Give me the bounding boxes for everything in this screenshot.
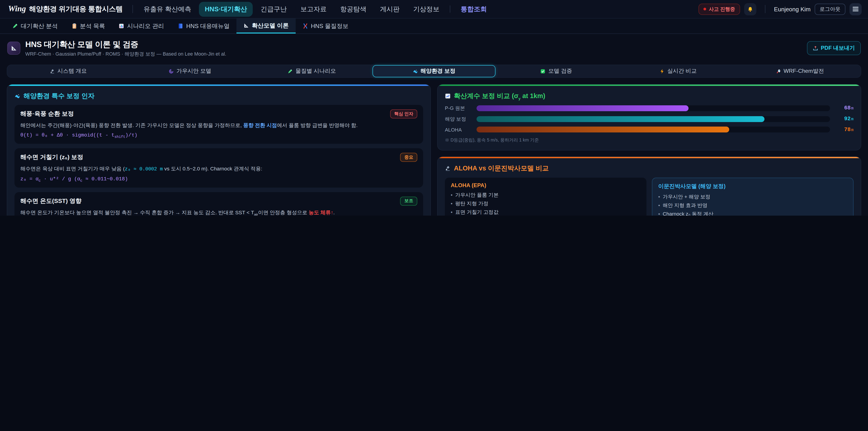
dna-icon	[302, 23, 308, 29]
bar-fill	[476, 105, 688, 111]
section-tab-system-overview[interactable]: 시스템 개요	[7, 65, 129, 77]
factor-formula: z₀ = αc · u*² / g (αc ≈ 0.011~0.018)	[20, 176, 417, 182]
list-item: 평탄 지형 가정	[451, 199, 641, 208]
microscope-icon	[445, 165, 451, 171]
model-comparison-card: ALOHA vs 이문진박사모델 비교 ALOHA (EPA) 가우시안 플룸 …	[437, 156, 861, 216]
lee-model-panel: 이문진박사모델 (해양 보정) 가우시안 + 해양 보정 해안 지형 효과 반영…	[652, 178, 854, 216]
inline-code: z₀ ≈ 0.0002 m	[125, 166, 163, 172]
section-tab-bar: 시스템 개요 가우시안 모델 물질별 시나리오 해양환경 보정 모델 검증 실시…	[7, 65, 861, 78]
book-icon	[178, 23, 184, 29]
lightning-icon	[659, 69, 664, 74]
top-right-cluster: 사고 진행중 Eunjeong Kim 로그아웃	[699, 3, 862, 15]
notifications-button[interactable]	[744, 3, 756, 15]
nav-item-integrated-search[interactable]: 통합조회	[455, 2, 493, 17]
nav-item-reports[interactable]: 보고자료	[294, 2, 333, 17]
status-label: 사고 진행중	[709, 6, 735, 12]
logout-button[interactable]: 로그아웃	[815, 3, 845, 15]
section-tab-model-validation[interactable]: 모델 검증	[495, 65, 617, 77]
section-tab-wrf-chem[interactable]: WRF-Chem발전	[739, 65, 861, 77]
factor-title: 해수면 온도(SST) 영향	[20, 197, 81, 205]
clipboard-icon	[71, 23, 77, 29]
page-subtitle: WRF-Chem · Gaussian Plume/Puff · ROMS · …	[25, 51, 226, 57]
bar-row-pg-original: P-G 원본 68m	[445, 105, 854, 112]
pencil-icon	[12, 23, 18, 29]
nav-item-weather[interactable]: 기상정보	[407, 2, 445, 17]
bar-label: P-G 원본	[445, 105, 472, 112]
section-tab-marine-correction[interactable]: 해양환경 보정	[373, 65, 495, 77]
list-item: 해안 지형 효과 반영	[658, 202, 847, 210]
cyclone-icon	[168, 69, 174, 74]
tab-hns-substance-info[interactable]: HNS 물질정보	[296, 19, 355, 33]
main-content: 해양환경 특수 보정 인자 해풍·육풍 순환 보정 핵심 인자 해안에서는 주간…	[7, 84, 861, 216]
factor-badge: 핵심 인자	[390, 110, 417, 118]
factor-item-surface-roughness: 해수면 거칠기 (z₀) 보정 중요 해수면은 육상 대비 표면 거칠기가 매우…	[14, 149, 423, 188]
marine-factors-title: 해양환경 특수 보정 인자	[14, 92, 423, 100]
check-icon	[540, 69, 546, 74]
tab-model-theory[interactable]: 확산모델 이론	[237, 19, 296, 33]
nav-item-hns-dispersion[interactable]: HNS·대기확산	[199, 2, 253, 17]
brand-logo[interactable]: Wing 해양환경 위기대응 통합시스템	[8, 4, 123, 14]
bar-value: 92m	[835, 116, 854, 122]
hamburger-menu-button[interactable]	[849, 3, 862, 15]
section-tab-realtime-compare[interactable]: 실시간 비교	[617, 65, 739, 77]
nav-item-aerial-search[interactable]: 항공탐색	[334, 2, 372, 17]
bar-row-marine-corrected: 해양 보정 92m	[445, 116, 854, 123]
factor-item-sst-effect: 해수면 온도(SST) 영향 보조 해수면 온도가 기온보다 높으면 열적 불안…	[14, 192, 423, 216]
section-tab-substance-scenarios[interactable]: 물질별 시나리오	[251, 65, 373, 77]
divider	[133, 5, 133, 13]
status-dot-icon	[704, 8, 706, 10]
aloha-feature-list: 가우시안 플룸 기본 평탄 지형 가정 표면 거칠기 고정값 해양 특성 미반영…	[451, 191, 641, 216]
sigma-comparison-card: 확산계수 보정 비교 (σy at 1km) P-G 원본 68m 해양 보정	[437, 84, 861, 151]
divider	[450, 5, 450, 13]
pdf-export-button[interactable]: PDF 내보내기	[807, 41, 861, 55]
tab-hns-manual[interactable]: HNS 대응매뉴얼	[171, 19, 237, 33]
aloha-panel: ALOHA (EPA) 가우시안 플룸 기본 평탄 지형 가정 표면 거칠기 고…	[445, 178, 647, 216]
bar-value: 68m	[835, 105, 854, 112]
factor-description: 해수면은 육상 대비 표면 거칠기가 매우 낮음 (z₀ ≈ 0.0002 m …	[20, 165, 417, 173]
main-nav: 유출유 확산예측 HNS·대기확산 긴급구난 보고자료 항공탐색 게시판 기상정…	[138, 2, 493, 17]
tab-dispersion-analysis[interactable]: 대기확산 분석	[5, 19, 64, 33]
list-item: 가우시안 플룸 기본	[451, 191, 641, 199]
nav-item-board[interactable]: 게시판	[374, 2, 405, 17]
factor-badge: 중요	[400, 153, 417, 162]
pencil-icon	[287, 69, 293, 74]
factor-title: 해수면 거칠기 (z₀) 보정	[20, 153, 83, 162]
microscope-icon	[50, 69, 55, 74]
lee-model-panel-title: 이문진박사모델 (해양 보정)	[658, 183, 847, 190]
page-icon-badge	[7, 41, 20, 55]
page-header: HNS 대기확산 모델 이론 및 검증 WRF-Chem · Gaussian …	[0, 34, 868, 62]
tab-analysis-list[interactable]: 분석 목록	[64, 19, 112, 33]
factor-description: 해수면 온도가 기온보다 높으면 열적 불안정 촉진 → 수직 혼합 증가 → …	[20, 209, 417, 216]
list-item: 표면 거칠기 고정값	[451, 208, 641, 215]
nav-item-emergency-rescue[interactable]: 긴급구난	[255, 2, 293, 17]
page-header-text: HNS 대기확산 모델 이론 및 검증 WRF-Chem · Gaussian …	[25, 39, 226, 57]
brand-title: 해양환경 위기대응 통합시스템	[29, 4, 123, 14]
bar-row-aloha: ALOHA 78m	[445, 127, 854, 133]
wave-icon	[14, 93, 20, 99]
rocket-icon	[776, 69, 781, 74]
left-column: 해양환경 특수 보정 인자 해풍·육풍 순환 보정 핵심 인자 해안에서는 주간…	[7, 84, 431, 216]
bar-track	[476, 105, 830, 111]
factor-formula: θ(t) = θ₀ + Δθ · sigmoid((t - tshift)/τ)	[20, 132, 417, 139]
highlight-blue: 풍향 전환 시점	[243, 123, 277, 128]
aloha-panel-title: ALOHA (EPA)	[451, 182, 641, 188]
factor-title: 해풍·육풍 순환 보정	[20, 110, 74, 118]
triangle-ruler-icon	[243, 23, 249, 29]
module-tab-bar: 대기확산 분석 분석 목록 시나리오 관리 HNS 대응매뉴얼 확산모델 이론 …	[0, 19, 868, 34]
divider	[765, 5, 765, 13]
tab-scenario-management[interactable]: 시나리오 관리	[112, 19, 171, 33]
bar-fill	[476, 127, 729, 133]
section-tab-gaussian-model[interactable]: 가우시안 모델	[129, 65, 251, 77]
model-comparison-title: ALOHA vs 이문진박사모델 비교	[445, 164, 854, 173]
bell-icon	[747, 6, 753, 12]
bar-track	[476, 116, 830, 122]
user-name: Eunjeong Kim	[774, 6, 811, 12]
comparison-panels: ALOHA (EPA) 가우시안 플룸 기본 평탄 지형 가정 표면 거칠기 고…	[445, 178, 854, 216]
bar-label: ALOHA	[445, 127, 472, 132]
right-column: 확산계수 보정 비교 (σy at 1km) P-G 원본 68m 해양 보정	[437, 84, 861, 216]
factor-item-sea-land-breeze: 해풍·육풍 순환 보정 핵심 인자 해안에서는 주간(해풍)·야간(육풍) 풍향…	[14, 105, 423, 144]
app-root: Wing 해양환경 위기대응 통합시스템 유출유 확산예측 HNS·대기확산 긴…	[0, 0, 868, 216]
factor-description: 해안에서는 주간(해풍)·야간(육풍) 풍향 전환 발생. 기존 가우시안 모델…	[20, 122, 417, 129]
nav-item-oil-spill[interactable]: 유출유 확산예측	[138, 2, 197, 17]
hamburger-icon	[852, 7, 859, 7]
